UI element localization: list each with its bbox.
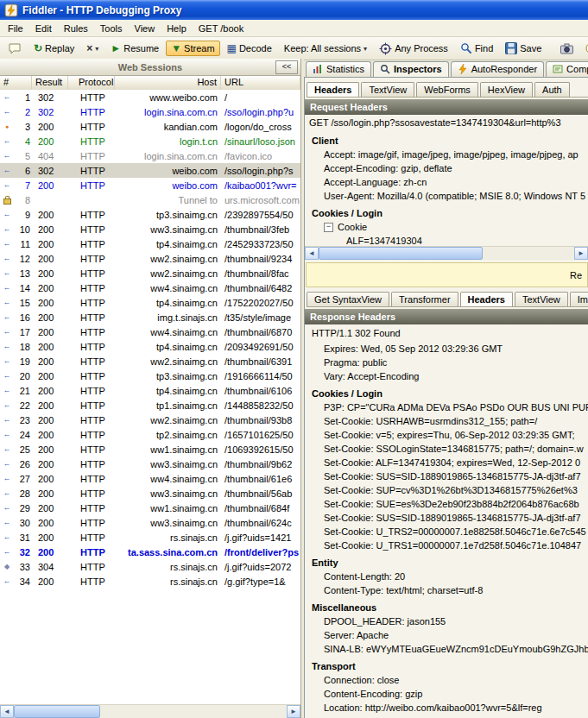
title-bar[interactable]: Fiddler - HTTP Debugging Proxy	[0, 0, 588, 20]
request-tab-textview[interactable]: TextView	[361, 82, 414, 97]
session-host: login.sina.com.cn	[115, 107, 221, 117]
session-row[interactable]: ←32200HTTPta.sass.sina.com.cn/front/deli…	[0, 545, 300, 559]
response-tab-headers[interactable]: Headers	[460, 292, 513, 307]
request-tab-headers[interactable]: Headers	[307, 82, 359, 98]
save-button[interactable]: Save	[500, 40, 547, 57]
tab-inspectors[interactable]: Inspectors	[373, 61, 449, 78]
session-row[interactable]: ←11200HTTPtp4.sinaimg.cn/2452933723/50	[0, 236, 300, 251]
session-row[interactable]: ←25200HTTPww1.sinaimg.cn/1069392615/50	[0, 442, 300, 457]
session-row[interactable]: ←30200HTTPww3.sinaimg.cn/thumbnail/624c	[0, 515, 300, 530]
tab-statistics[interactable]: Statistics	[306, 61, 371, 77]
session-row[interactable]: ←23200HTTPww2.sinaimg.cn/thumbnail/93b8	[0, 413, 300, 427]
session-row[interactable]: ←28200HTTPww3.sinaimg.cn/thumbnail/56ab	[0, 486, 300, 501]
session-row[interactable]: ←14200HTTPww4.sinaimg.cn/thumbnail/6482	[0, 280, 300, 295]
session-row[interactable]: ←15200HTTPtp4.sinaimg.cn/1752202027/50	[0, 295, 300, 310]
tab-label: Im	[578, 294, 588, 305]
session-row[interactable]: ←21200HTTPtp4.sinaimg.cn/thumbnail/6106	[0, 383, 300, 398]
session-row[interactable]: ←34200HTTPrs.sinajs.cn/g.gif?type=1&	[0, 574, 300, 589]
comment-button[interactable]	[3, 39, 27, 58]
remove-sessions-button[interactable]: × ▾	[81, 41, 104, 56]
session-id: 12	[12, 254, 30, 264]
session-row[interactable]: ←7200HTTPweibo.com/kaibao001?wvr=	[0, 178, 300, 192]
session-row[interactable]: ←27200HTTPww4.sinaimg.cn/thumbnail/61e6	[0, 471, 300, 486]
response-tab-transformer[interactable]: Transformer	[391, 292, 458, 306]
session-id: 1	[12, 92, 30, 103]
timer-button[interactable]	[580, 40, 588, 57]
column-header-host[interactable]: Host	[115, 76, 221, 91]
session-row[interactable]: ←17200HTTPww4.sinaimg.cn/thumbnail/6870	[0, 324, 300, 339]
menu-item-view[interactable]: View	[129, 22, 161, 35]
session-id: 29	[12, 503, 30, 513]
stream-toggle-button[interactable]: ▼ Stream	[166, 41, 219, 56]
collapse-toggle-icon[interactable]: −	[324, 223, 333, 232]
session-row[interactable]: ←1302HTTPwww.weibo.com/	[0, 90, 300, 104]
keep-sessions-dropdown[interactable]: Keep: All sessions ▾	[279, 41, 372, 56]
any-process-button[interactable]: Any Process	[374, 40, 453, 58]
tab-comp[interactable]: Comp	[546, 61, 588, 77]
menu-item-file[interactable]: File	[2, 22, 29, 35]
request-hscrollbar[interactable]: ◄ ►	[305, 246, 588, 260]
session-row[interactable]: ◆33304HTTPrs.sinajs.cn/j.gif?uids=2072	[0, 559, 300, 574]
session-row[interactable]: ←24200HTTPtp2.sinaimg.cn/1657101625/50	[0, 427, 300, 442]
column-header-result[interactable]: Result	[32, 76, 68, 91]
scrollbar-thumb[interactable]	[14, 705, 100, 718]
request-tab-webforms[interactable]: WebForms	[416, 82, 478, 97]
session-id: 3	[12, 122, 30, 132]
find-button[interactable]: Find	[455, 40, 498, 57]
session-row[interactable]: ←9200HTTPtp3.sinaimg.cn/2392897554/50	[0, 207, 300, 222]
session-row[interactable]: ←13200HTTPww2.sinaimg.cn/thumbnail/8fac	[0, 266, 300, 280]
session-id: 7	[12, 180, 30, 191]
session-row[interactable]: ←4200HTTPlogin.t.cn/sinaurl/loso.json	[0, 134, 300, 148]
session-row[interactable]: 8Tunnel tours.microsoft.com	[0, 192, 300, 207]
response-tab-textview[interactable]: TextView	[515, 292, 568, 306]
session-row[interactable]: ←10200HTTPww3.sinaimg.cn/thumbnail/3feb	[0, 222, 300, 236]
session-row[interactable]: ←29200HTTPww1.sinaimg.cn/thumbnail/684f	[0, 501, 300, 515]
scroll-left-arrow[interactable]: ◄	[0, 705, 14, 718]
replay-button[interactable]: ↻ Replay	[28, 41, 79, 56]
column-header-protocol[interactable]: Protocol	[68, 76, 115, 91]
column-header-url[interactable]: URL	[221, 76, 300, 91]
scrollbar-thumb[interactable]	[319, 247, 483, 260]
session-url: /thumbnail/61e6	[221, 474, 300, 484]
session-row[interactable]: ←22200HTTPtp1.sinaimg.cn/1448858232/50	[0, 398, 300, 413]
web-sessions-header: Web Sessions <<	[0, 59, 300, 76]
resume-button[interactable]: ► Resume	[105, 41, 164, 56]
session-arrow-icon: ←	[2, 400, 12, 411]
sessions-hscrollbar[interactable]: ◄ ►	[0, 704, 300, 718]
scroll-right-arrow[interactable]: ►	[287, 705, 300, 718]
decode-button[interactable]: ▦ Decode	[222, 41, 277, 56]
header-item: DPOOL_HEADER: jason155	[305, 614, 588, 628]
session-row[interactable]: ←20200HTTPtp3.sinaimg.cn/1916666114/50	[0, 368, 300, 383]
session-row[interactable]: ←5404HTTPlogin.sina.com.cn/favicon.ico	[0, 148, 300, 163]
session-row[interactable]: ←2302HTTPlogin.sina.com.cn/sso/login.php…	[0, 104, 300, 119]
session-row[interactable]: ←26200HTTPww3.sinaimg.cn/thumbnail/9b62	[0, 457, 300, 471]
scroll-left-arrow[interactable]: ◄	[305, 247, 319, 260]
menu-item-help[interactable]: Help	[161, 22, 193, 35]
session-row[interactable]: ●3200HTTPkandian.com/logon/do_cross	[0, 119, 300, 134]
session-id: 4	[12, 136, 30, 147]
request-tab-hexview[interactable]: HexView	[480, 82, 533, 97]
session-url: /2452933723/50	[221, 239, 300, 249]
session-row[interactable]: ←19200HTTPww2.sinaimg.cn/thumbnail/6391	[0, 354, 300, 368]
session-host: Tunnel to	[115, 195, 221, 205]
collapse-panel-button[interactable]: <<	[275, 60, 298, 74]
header-section-title: Entity	[305, 556, 588, 570]
menu-item-edit[interactable]: Edit	[29, 22, 58, 35]
response-tab-get-syntaxview[interactable]: Get SyntaxView	[307, 292, 389, 306]
tab-autoresponder[interactable]: AutoResponder	[451, 61, 544, 77]
menu-item-get-book[interactable]: GET /book	[193, 22, 250, 35]
response-tab-im[interactable]: Im	[570, 292, 588, 306]
column-header-num[interactable]: #	[0, 76, 32, 91]
session-row[interactable]: ←12200HTTPww2.sinaimg.cn/thumbnail/9234	[0, 251, 300, 266]
session-id: 25	[12, 444, 30, 455]
response-notice-bar[interactable]: Re	[306, 262, 588, 287]
scroll-right-arrow[interactable]: ►	[574, 247, 588, 260]
menu-item-tools[interactable]: Tools	[94, 22, 129, 35]
request-tab-auth[interactable]: Auth	[534, 82, 570, 97]
session-row[interactable]: ←18200HTTPtp4.sinaimg.cn/2093492691/50	[0, 339, 300, 354]
session-row[interactable]: ←6302HTTPweibo.com/sso/login.php?s	[0, 163, 300, 178]
menu-item-rules[interactable]: Rules	[58, 22, 94, 35]
session-row[interactable]: ←16200HTTPimg.t.sinajs.cn/t35/style/imag…	[0, 310, 300, 324]
session-row[interactable]: ←31200HTTPrs.sinajs.cn/j.gif?uids=1421	[0, 530, 300, 545]
screenshot-button[interactable]	[555, 41, 579, 57]
